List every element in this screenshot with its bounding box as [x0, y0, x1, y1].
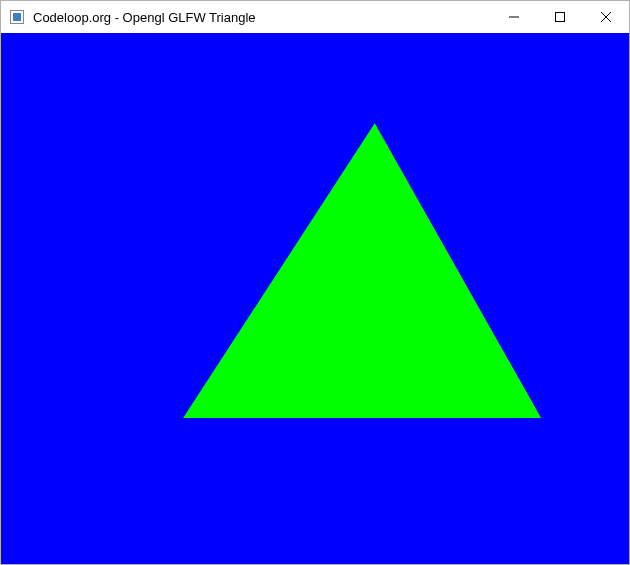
window-controls [491, 1, 629, 33]
maximize-button[interactable] [537, 1, 583, 33]
minimize-button[interactable] [491, 1, 537, 33]
svg-rect-1 [13, 13, 21, 21]
window-title: Codeloop.org - Opengl GLFW Triangle [33, 10, 491, 25]
gl-canvas [1, 33, 629, 564]
minimize-icon [509, 12, 519, 22]
close-button[interactable] [583, 1, 629, 33]
app-window: Codeloop.org - Opengl GLFW Triangle [0, 0, 630, 565]
close-icon [601, 12, 611, 22]
titlebar[interactable]: Codeloop.org - Opengl GLFW Triangle [1, 1, 629, 33]
maximize-icon [555, 12, 565, 22]
client-area [1, 33, 629, 564]
app-icon [9, 9, 25, 25]
svg-rect-3 [556, 13, 565, 22]
